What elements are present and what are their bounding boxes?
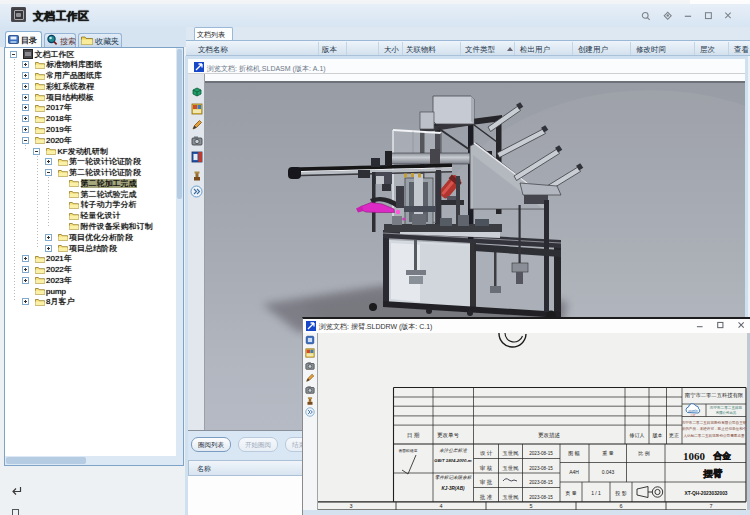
- svg-text:合金: 合金: [713, 451, 732, 461]
- svg-text:审 批: 审 批: [480, 479, 493, 486]
- svg-text:1060: 1060: [683, 450, 706, 462]
- svg-text:版本: 版本: [653, 432, 663, 439]
- svg-text:2023-08-15: 2023-08-15: [529, 466, 553, 471]
- svg-text:4: 4: [439, 503, 442, 509]
- svg-text:修订人: 修订人: [629, 432, 645, 438]
- svg-text:设 计: 设 计: [480, 450, 493, 456]
- svg-text:KJ-3R(AB): KJ-3R(AB): [442, 486, 465, 491]
- svg-text:更改单号: 更改单号: [437, 432, 460, 438]
- svg-text:6: 6: [619, 503, 622, 509]
- svg-text:zoomlin: zoomlin: [688, 409, 698, 413]
- svg-text:GB/T 1804-2000-m: GB/T 1804-2000-m: [434, 458, 471, 463]
- svg-text:2023-08-15: 2023-08-15: [529, 495, 553, 500]
- svg-text:比 例: 比 例: [638, 450, 649, 457]
- svg-text:更改描述: 更改描述: [538, 432, 561, 439]
- svg-text:0.043: 0.043: [602, 469, 615, 475]
- svg-text:5: 5: [529, 503, 532, 509]
- svg-text:2023-08-15: 2023-08-15: [529, 451, 553, 456]
- svg-text:南宁市二零二五科技有限: 南宁市二零二五科技有限: [685, 392, 744, 398]
- svg-text:未注公差标准: 未注公差标准: [439, 448, 468, 453]
- svg-text:7: 7: [709, 503, 712, 509]
- svg-text:摆臂: 摆臂: [703, 468, 724, 479]
- svg-text:审 核: 审 核: [480, 465, 493, 471]
- svg-text:玉世民: 玉世民: [502, 465, 519, 471]
- svg-text:零件标记未限余标: 零件标记未限余标: [435, 475, 473, 480]
- svg-text:人仿制二零二五科技股份公司需要追责: 人仿制二零二五科技股份公司需要追责: [683, 433, 745, 438]
- svg-text:3: 3: [349, 503, 352, 509]
- svg-text:更正: 更正: [669, 432, 679, 438]
- svg-text:日 期: 日 期: [407, 432, 420, 439]
- svg-text:玉世民: 玉世民: [502, 450, 519, 456]
- svg-text:图 幅: 图 幅: [568, 450, 579, 457]
- svg-text:批 准: 批 准: [480, 494, 493, 501]
- svg-text:南宁市二零二五科技股份有限公司自主研: 南宁市二零二五科技股份有限公司自主研: [682, 420, 747, 425]
- svg-text:1 / 1: 1 / 1: [591, 490, 601, 496]
- svg-text:有限公司出品: 有限公司出品: [716, 410, 737, 415]
- svg-text:玉世民: 玉世民: [502, 494, 519, 500]
- svg-text:A4H: A4H: [569, 469, 579, 475]
- svg-text:重 量: 重 量: [602, 450, 613, 456]
- svg-text:南宁市二零二五科技: 南宁市二零二五科技: [710, 405, 743, 410]
- svg-text:中旺: 中旺: [691, 413, 697, 417]
- svg-text:发的产品，未经许可，禁止任何单位和个: 发的产品，未经许可，禁止任何单位和个: [682, 426, 747, 431]
- svg-text:投 影: 投 影: [615, 490, 626, 496]
- svg-text:2023-08-15: 2023-08-15: [529, 480, 553, 485]
- svg-text:XT-QH-2023032003: XT-QH-2023032003: [685, 491, 728, 496]
- svg-text:表面粗糙度: 表面粗糙度: [399, 448, 418, 453]
- svg-text:页 量: 页 量: [565, 490, 576, 496]
